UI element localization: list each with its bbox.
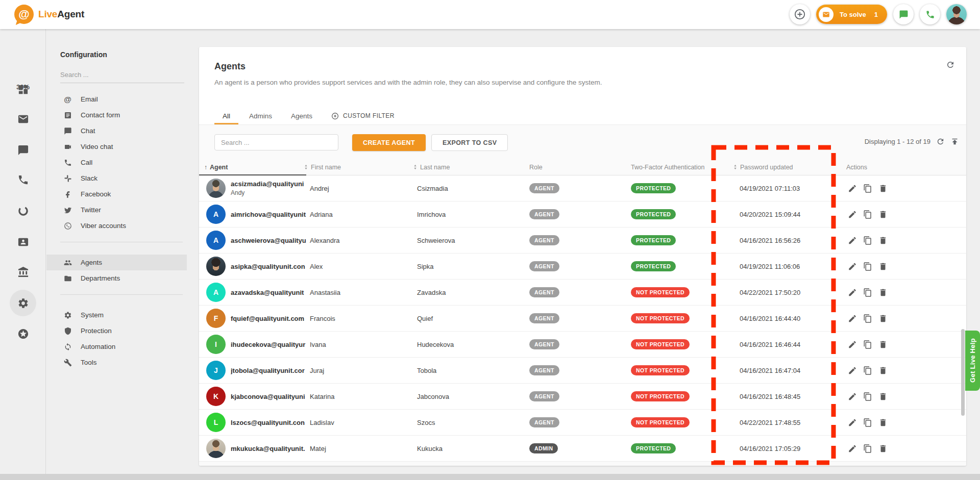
delete-icon[interactable]: [878, 184, 888, 193]
delete-icon[interactable]: [878, 392, 888, 401]
delete-icon[interactable]: [878, 288, 888, 297]
table-row[interactable]: Aaschweierova@qualityuAlexandraSchweiero…: [199, 228, 966, 254]
tab-admins[interactable]: Admins: [241, 107, 280, 124]
table-row[interactable]: Jjtobola@qualityunit.corJurajTobolaAGENT…: [199, 358, 966, 384]
sidebar-item-viber-accounts[interactable]: Viber accounts: [46, 218, 187, 234]
sidebar-item-tools[interactable]: Tools: [46, 355, 187, 370]
column-header-password-updated[interactable]: Password updated: [733, 159, 793, 175]
table-row[interactable]: Ffquief@qualityunit.comFrancoisQuiefAGEN…: [199, 306, 966, 332]
edit-icon[interactable]: [847, 184, 857, 193]
add-new-button[interactable]: [790, 4, 810, 24]
card-refresh-icon[interactable]: [946, 60, 955, 69]
role-badge: ADMIN: [529, 443, 558, 453]
delete-icon[interactable]: [878, 444, 888, 453]
sidebar-item-system[interactable]: System: [46, 307, 187, 323]
column-header-last-name[interactable]: Last name: [413, 159, 450, 175]
liveagent-logo[interactable]: @ LiveAgent: [14, 5, 84, 24]
sidebar-item-label: Email: [81, 95, 98, 103]
get-live-help-tab[interactable]: Get Live Help: [965, 331, 980, 391]
tab-agents[interactable]: Agents: [283, 107, 321, 124]
star-icon: [17, 328, 29, 340]
sidebar-item-facebook[interactable]: Facebook: [46, 186, 187, 202]
table-scrollbar[interactable]: [961, 329, 965, 416]
duplicate-icon[interactable]: [863, 392, 872, 401]
scroll-top-icon[interactable]: [950, 137, 959, 146]
delete-icon[interactable]: [878, 236, 888, 245]
duplicate-icon[interactable]: [863, 340, 872, 349]
duplicate-icon[interactable]: [863, 236, 872, 245]
user-avatar[interactable]: [946, 4, 967, 24]
edit-icon[interactable]: [847, 340, 857, 349]
sidebar-item-agents[interactable]: Agents: [46, 255, 187, 270]
to-solve-button[interactable]: To solve 1: [816, 5, 887, 24]
duplicate-icon[interactable]: [863, 262, 872, 271]
rail-item-chat[interactable]: [12, 139, 34, 161]
rail-item-call[interactable]: [12, 168, 34, 191]
delete-icon[interactable]: [878, 210, 888, 219]
duplicate-icon[interactable]: [863, 184, 872, 193]
rail-item-star[interactable]: [12, 322, 34, 345]
sidebar-item-call[interactable]: Call: [46, 155, 187, 170]
table-row[interactable]: Aaimrichova@qualityunitAdrianaImrichovaA…: [199, 201, 966, 228]
sidebar-item-contact-form[interactable]: Contact form: [46, 107, 187, 123]
edit-icon[interactable]: [847, 210, 857, 219]
table-row[interactable]: Llszocs@qualityunit.conLadislavSzocsAGEN…: [199, 410, 966, 436]
tab-all[interactable]: All: [214, 107, 238, 124]
tab-custom-filter[interactable]: CUSTOM FILTER: [323, 107, 403, 124]
doc-icon: [63, 111, 72, 119]
actions-cell: [847, 418, 888, 427]
sidebar-item-departments[interactable]: Departments: [46, 270, 187, 286]
edit-icon[interactable]: [847, 444, 857, 453]
duplicate-icon[interactable]: [863, 444, 872, 453]
table-row[interactable]: Aazavadska@qualityunitAnastasiiaZavadska…: [199, 280, 966, 306]
duplicate-icon[interactable]: [863, 288, 872, 297]
delete-icon[interactable]: [878, 418, 888, 427]
rail-item-gear[interactable]: [10, 290, 36, 316]
chats-button[interactable]: [893, 4, 914, 24]
first-name-cell: Adriana: [310, 211, 333, 218]
edit-icon[interactable]: [847, 418, 857, 427]
edit-icon[interactable]: [847, 236, 857, 245]
create-agent-button[interactable]: CREATE AGENT: [352, 134, 426, 151]
edit-icon[interactable]: [847, 392, 857, 401]
duplicate-icon[interactable]: [863, 210, 872, 219]
table-row[interactable]: Iihudecekova@qualityurIvanaHudecekovaAGE…: [199, 332, 966, 358]
edit-icon[interactable]: [847, 262, 857, 271]
sidebar-item-video-chat[interactable]: Video chat: [46, 139, 187, 155]
sidebar-item-email[interactable]: @Email: [46, 91, 187, 107]
column-header-first-name[interactable]: First name: [304, 159, 341, 175]
delete-icon[interactable]: [878, 340, 888, 349]
table-row[interactable]: Kkjabconova@qualityuniKatarinaJabconovaA…: [199, 384, 966, 410]
duplicate-icon[interactable]: [863, 418, 872, 427]
duplicate-icon[interactable]: [863, 366, 872, 375]
rail-item-contact-card[interactable]: [12, 231, 34, 253]
delete-icon[interactable]: [878, 366, 888, 375]
plus-circle-icon: [794, 8, 806, 20]
table-row[interactable]: mkukucka@qualityunit.MatejKukuckaADMINPR…: [199, 436, 966, 462]
column-header-agent[interactable]: ↑Agent: [204, 159, 228, 175]
duplicate-icon[interactable]: [863, 314, 872, 323]
table-row[interactable]: asipka@qualityunit.conAlexSipkaAGENTPROT…: [199, 254, 966, 280]
sidebar-item-twitter[interactable]: Twitter: [46, 202, 187, 218]
sidebar-item-automation[interactable]: Automation: [46, 339, 187, 355]
rail-item-mail[interactable]: [12, 108, 34, 130]
edit-icon[interactable]: [847, 314, 857, 323]
edit-icon[interactable]: [847, 288, 857, 297]
sidebar-item-chat[interactable]: Chat: [46, 123, 187, 139]
sidebar-item-protection[interactable]: Protection: [46, 323, 187, 339]
rail-item-donut[interactable]: [12, 199, 34, 222]
rail-item-dashboard[interactable]: [12, 78, 34, 100]
agents-search-input[interactable]: [214, 134, 338, 150]
refresh-icon[interactable]: [936, 137, 945, 146]
delete-icon[interactable]: [878, 314, 888, 323]
sidebar-item-slack[interactable]: Slack: [46, 170, 187, 186]
config-search-input[interactable]: [60, 69, 184, 83]
rail-item-bank[interactable]: [12, 261, 34, 283]
delete-icon[interactable]: [878, 262, 888, 271]
brand-name: LiveAgent: [38, 9, 84, 20]
two-factor-cell: PROTECTED: [631, 443, 676, 453]
table-row[interactable]: acsizmadia@qualityuniAndyAndrejCsizmadia…: [199, 175, 966, 201]
export-csv-button[interactable]: EXPORT TO CSV: [431, 134, 508, 151]
calls-button[interactable]: [920, 4, 940, 24]
edit-icon[interactable]: [847, 366, 857, 375]
